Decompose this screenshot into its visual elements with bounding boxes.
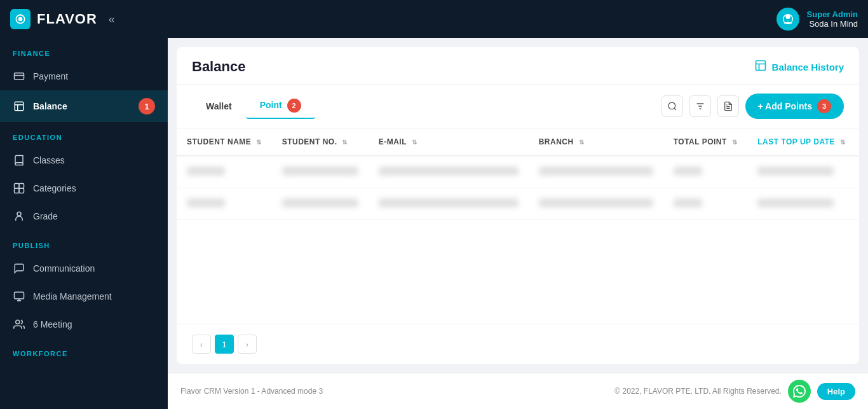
cell-total-point xyxy=(663,156,748,188)
col-student-name[interactable]: STUDENT NAME ⇅ xyxy=(177,128,272,156)
cell-row-actions xyxy=(855,188,859,220)
meeting-icon xyxy=(13,318,25,331)
tab-point-badge: 2 xyxy=(287,99,301,113)
svg-point-0 xyxy=(18,17,23,22)
tab-wallet[interactable]: Wallet xyxy=(192,94,246,119)
person-icon xyxy=(13,210,25,223)
user-info: Super Admin Soda In Mind xyxy=(807,10,858,29)
user-company: Soda In Mind xyxy=(807,19,858,29)
page-title: Balance xyxy=(192,59,245,75)
cell-email xyxy=(369,188,529,220)
sidebar: FINANCE Payment Balance 1 EDUCATI xyxy=(0,38,168,409)
sidebar-item-payment-label: Payment xyxy=(33,71,68,81)
prev-page-button[interactable]: ‹ xyxy=(192,335,211,354)
sidebar-item-communication[interactable]: Communication xyxy=(0,254,168,282)
svg-rect-12 xyxy=(15,188,20,193)
export-button[interactable] xyxy=(717,95,739,117)
cell-student-no xyxy=(272,156,369,188)
sidebar-item-balance[interactable]: Balance 1 xyxy=(0,90,168,122)
table-container: STUDENT NAME ⇅ STUDENT NO. ⇅ E-MAIL ⇅ xyxy=(177,128,859,324)
user-role: Super Admin xyxy=(807,10,858,19)
sidebar-item-media-management[interactable]: Media Management xyxy=(0,282,168,310)
cell-student-no xyxy=(272,188,369,220)
sidebar-item-balance-label: Balance xyxy=(33,101,67,111)
sort-icon: ⇅ xyxy=(412,139,417,146)
balance-history-label: Balance History xyxy=(772,62,844,73)
col-student-no[interactable]: STUDENT NO. ⇅ xyxy=(272,128,369,156)
sort-icon: ⇅ xyxy=(840,139,846,146)
cell-student-name xyxy=(177,156,272,188)
table-row xyxy=(177,156,859,188)
sidebar-section-education: EDUCATION xyxy=(0,122,168,146)
svg-line-21 xyxy=(674,108,676,110)
sidebar-item-meeting-label: 6 Meeting xyxy=(33,319,72,329)
sidebar-section-publish: PUBLISH xyxy=(0,230,168,254)
svg-point-16 xyxy=(16,320,20,324)
sidebar-item-categories[interactable]: Categories xyxy=(0,174,168,202)
user-area: Super Admin Soda In Mind xyxy=(776,8,858,31)
sort-icon: ⇅ xyxy=(256,139,262,146)
logo-icon xyxy=(10,9,31,29)
add-points-badge: 3 xyxy=(817,99,831,113)
collapse-sidebar-button[interactable]: « xyxy=(109,13,115,26)
svg-point-14 xyxy=(17,212,21,216)
tabs: Wallet Point 2 xyxy=(192,94,315,119)
sidebar-item-communication-label: Communication xyxy=(33,263,95,274)
cell-branch xyxy=(529,156,663,188)
sidebar-section-finance: FINANCE xyxy=(0,38,168,62)
whatsapp-button[interactable] xyxy=(788,380,811,403)
col-total-point[interactable]: TOTAL POINT ⇅ xyxy=(663,128,748,156)
svg-rect-11 xyxy=(19,184,24,189)
page-container: Balance Balance History Wallet xyxy=(177,47,859,364)
sidebar-item-grade[interactable]: Grade xyxy=(0,202,168,230)
sidebar-item-classes[interactable]: Classes xyxy=(0,146,168,174)
avatar xyxy=(776,8,799,31)
footer-version: Flavor CRM Version 1 - Advanced mode 3 xyxy=(180,387,323,396)
cell-email xyxy=(369,156,529,188)
tab-point-label: Point xyxy=(260,100,282,110)
next-page-button[interactable]: › xyxy=(238,335,257,354)
table-header-row: STUDENT NAME ⇅ STUDENT NO. ⇅ E-MAIL ⇅ xyxy=(177,128,859,156)
balance-history-button[interactable]: Balance History xyxy=(754,59,844,75)
footer: Flavor CRM Version 1 - Advanced mode 3 ©… xyxy=(168,373,868,409)
sidebar-section-workforce: WORKFORCE xyxy=(0,338,168,363)
cell-branch xyxy=(529,188,663,220)
sidebar-item-classes-label: Classes xyxy=(33,155,65,165)
svg-point-2 xyxy=(20,14,22,16)
top-header: FLAVOR « Super Admin Soda In Mind xyxy=(0,0,868,38)
svg-rect-17 xyxy=(756,60,765,70)
filter-button[interactable] xyxy=(689,95,711,117)
col-last-top-up-date[interactable]: LAST TOP UP DATE ⇅ xyxy=(747,128,855,156)
cell-last-top-up-date xyxy=(747,188,855,220)
sort-icon: ⇅ xyxy=(342,139,348,146)
col-branch[interactable]: BRANCH ⇅ xyxy=(529,128,663,156)
col-email[interactable]: E-MAIL ⇅ xyxy=(369,128,529,156)
svg-rect-5 xyxy=(15,73,24,80)
search-button[interactable] xyxy=(661,95,683,117)
sidebar-item-media-management-label: Media Management xyxy=(33,291,112,302)
tabs-toolbar: Wallet Point 2 xyxy=(177,85,859,128)
sidebar-item-meeting[interactable]: 6 Meeting xyxy=(0,310,168,338)
svg-rect-15 xyxy=(15,292,24,299)
sidebar-item-categories-label: Categories xyxy=(33,183,76,193)
sort-icon: ⇅ xyxy=(732,139,738,146)
cell-total-point xyxy=(663,188,748,220)
svg-point-20 xyxy=(668,102,675,109)
sidebar-item-payment[interactable]: Payment xyxy=(0,62,168,90)
sort-icon: ⇅ xyxy=(579,139,585,146)
svg-rect-7 xyxy=(15,102,24,111)
tab-point[interactable]: Point 2 xyxy=(246,94,315,119)
logo-area: FLAVOR « xyxy=(10,9,115,29)
balance-icon xyxy=(13,100,25,113)
media-icon xyxy=(13,290,25,303)
help-button[interactable]: Help xyxy=(817,383,855,400)
add-points-button[interactable]: + Add Points 3 xyxy=(745,94,844,119)
balance-table: STUDENT NAME ⇅ STUDENT NO. ⇅ E-MAIL ⇅ xyxy=(177,128,859,220)
book-icon xyxy=(13,154,25,167)
sidebar-item-grade-label: Grade xyxy=(33,211,58,221)
page-1-button[interactable]: 1 xyxy=(215,335,234,354)
chat-icon xyxy=(13,262,25,275)
cell-row-actions xyxy=(855,156,859,188)
table-row xyxy=(177,188,859,220)
history-icon xyxy=(754,59,767,75)
